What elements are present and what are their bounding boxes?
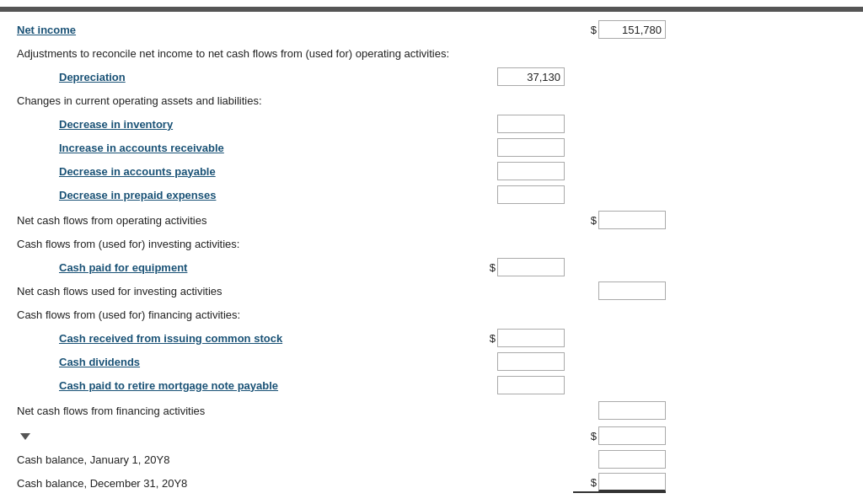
net-investing-label: Net cash flows used for investing activi… xyxy=(17,285,472,298)
decrease-inventory-input[interactable] xyxy=(497,115,565,133)
depreciation-label[interactable]: Depreciation xyxy=(17,71,472,83)
dollar-sign-ni: $ xyxy=(591,24,597,36)
cash-mortgage-input[interactable] xyxy=(497,376,565,394)
net-investing-input[interactable] xyxy=(598,281,666,300)
cash-equipment-label[interactable]: Cash paid for equipment xyxy=(17,261,472,274)
cash-dec-row: Cash balance, December 31, 20Y8 $ xyxy=(17,472,846,494)
net-operating-input[interactable] xyxy=(598,211,666,229)
decrease-prepaid-label[interactable]: Decrease in prepaid expenses xyxy=(17,189,472,201)
dropdown-row: $ xyxy=(17,425,846,447)
cash-jan-text: Cash balance, January 1, 20Y8 xyxy=(17,453,169,466)
decrease-ap-label[interactable]: Decrease in accounts payable xyxy=(17,165,472,178)
dropdown-label-area xyxy=(17,430,472,442)
financing-header-text: Cash flows from (used for) financing act… xyxy=(17,308,240,321)
cash-jan-label: Cash balance, January 1, 20Y8 xyxy=(17,453,472,466)
increase-ar-label[interactable]: Increase in accounts receivable xyxy=(17,142,472,154)
increase-ar-link[interactable]: Increase in accounts receivable xyxy=(59,142,224,154)
cash-stock-label[interactable]: Cash received from issuing common stock xyxy=(17,332,472,345)
cash-equipment-input[interactable] xyxy=(497,258,565,276)
net-income-value: 151,780 xyxy=(622,24,662,36)
cash-dividends-input[interactable] xyxy=(497,352,565,371)
cash-jan-input[interactable] xyxy=(598,450,666,469)
increase-ar-mid xyxy=(472,138,565,157)
cash-stock-input[interactable] xyxy=(497,329,565,347)
cash-mortgage-link[interactable]: Cash paid to retire mortgage note payabl… xyxy=(59,379,278,392)
cash-mortgage-mid xyxy=(472,376,565,394)
cash-jan-row: Cash balance, January 1, 20Y8 xyxy=(17,448,846,470)
dollar-sign-cs: $ xyxy=(490,332,496,345)
cash-dividends-row: Cash dividends xyxy=(17,351,846,373)
cash-dividends-mid xyxy=(472,352,565,371)
changes-text: Changes in current operating assets and … xyxy=(17,94,262,107)
investing-header-text: Cash flows from (used for) investing act… xyxy=(17,238,239,250)
net-operating-label: Net cash flows from operating activities xyxy=(17,214,472,227)
net-financing-text: Net cash flows from financing activities xyxy=(17,405,205,417)
dollar-sign-op: $ xyxy=(591,214,597,227)
depreciation-mid: 37,130 xyxy=(472,67,565,86)
financing-header-row: Cash flows from (used for) financing act… xyxy=(17,303,846,325)
cash-equipment-link[interactable]: Cash paid for equipment xyxy=(59,261,187,274)
financing-header-label: Cash flows from (used for) financing act… xyxy=(17,308,472,321)
decrease-inventory-label[interactable]: Decrease in inventory xyxy=(17,118,472,131)
depreciation-link[interactable]: Depreciation xyxy=(59,71,126,83)
investing-header-row: Cash flows from (used for) investing act… xyxy=(17,233,846,255)
cash-equipment-row: Cash paid for equipment $ xyxy=(17,256,846,278)
net-operating-row: Net cash flows from operating activities… xyxy=(17,209,846,231)
decrease-ap-row: Decrease in accounts payable xyxy=(17,160,846,182)
cash-dec-text: Cash balance, December 31, 20Y8 xyxy=(17,477,187,490)
adjustments-text: Adjustments to reconcile net income to n… xyxy=(17,47,449,60)
cash-mortgage-label[interactable]: Cash paid to retire mortgage note payabl… xyxy=(17,379,472,392)
depreciation-input[interactable]: 37,130 xyxy=(497,67,565,86)
decrease-inventory-link[interactable]: Decrease in inventory xyxy=(59,118,173,131)
changes-label: Changes in current operating assets and … xyxy=(17,94,472,107)
dropdown-right: $ xyxy=(573,426,666,445)
net-investing-text: Net cash flows used for investing activi… xyxy=(17,285,222,298)
cash-stock-row: Cash received from issuing common stock … xyxy=(17,327,846,349)
net-financing-input[interactable] xyxy=(598,401,666,420)
net-investing-right xyxy=(573,281,666,300)
cash-dec-right: $ xyxy=(573,473,666,493)
net-income-label[interactable]: Net income xyxy=(17,24,472,36)
investing-header-label: Cash flows from (used for) investing act… xyxy=(17,238,472,250)
adjustments-row: Adjustments to reconcile net income to n… xyxy=(17,42,846,64)
decrease-prepaid-mid xyxy=(472,185,565,204)
cash-stock-mid: $ xyxy=(472,329,565,347)
cash-mortgage-row: Cash paid to retire mortgage note payabl… xyxy=(17,374,846,396)
net-income-link[interactable]: Net income xyxy=(17,24,76,36)
increase-ar-row: Increase in accounts receivable xyxy=(17,137,846,158)
decrease-prepaid-link[interactable]: Decrease in prepaid expenses xyxy=(59,189,216,201)
net-financing-row: Net cash flows from financing activities xyxy=(17,399,846,421)
cash-dec-input[interactable] xyxy=(598,473,666,491)
dollar-sign-dec: $ xyxy=(591,476,597,489)
dropdown-arrow-icon[interactable] xyxy=(20,433,30,440)
cash-dec-label: Cash balance, December 31, 20Y8 xyxy=(17,477,472,490)
decrease-prepaid-row: Decrease in prepaid expenses xyxy=(17,184,846,206)
net-financing-right xyxy=(573,401,666,420)
top-bar xyxy=(0,7,863,12)
net-income-input[interactable]: 151,780 xyxy=(598,20,666,39)
decrease-prepaid-input[interactable] xyxy=(497,185,565,204)
decrease-inventory-mid xyxy=(472,115,565,133)
decrease-ap-link[interactable]: Decrease in accounts payable xyxy=(59,165,216,178)
decrease-ap-input[interactable] xyxy=(497,162,565,180)
cash-dividends-label[interactable]: Cash dividends xyxy=(17,356,472,368)
depreciation-row: Depreciation 37,130 xyxy=(17,66,846,88)
dropdown-input[interactable] xyxy=(598,426,666,445)
cash-dividends-link[interactable]: Cash dividends xyxy=(59,356,140,368)
dollar-sign-dd: $ xyxy=(591,430,597,442)
increase-ar-input[interactable] xyxy=(497,138,565,157)
net-operating-right: $ xyxy=(573,211,666,229)
dollar-sign-eq: $ xyxy=(490,261,496,274)
decrease-inventory-row: Decrease in inventory xyxy=(17,113,846,135)
cash-equipment-mid: $ xyxy=(472,258,565,276)
cash-stock-link[interactable]: Cash received from issuing common stock xyxy=(59,332,282,345)
cash-jan-right xyxy=(573,450,666,469)
net-income-row: Net income $ 151,780 xyxy=(17,19,846,40)
depreciation-value: 37,130 xyxy=(527,71,560,83)
cash-flow-page: Net income $ 151,780 Adjustments to reco… xyxy=(0,0,863,504)
net-financing-label: Net cash flows from financing activities xyxy=(17,405,472,417)
decrease-ap-mid xyxy=(472,162,565,180)
changes-row: Changes in current operating assets and … xyxy=(17,89,846,111)
net-operating-text: Net cash flows from operating activities xyxy=(17,214,206,227)
net-investing-row: Net cash flows used for investing activi… xyxy=(17,280,846,302)
